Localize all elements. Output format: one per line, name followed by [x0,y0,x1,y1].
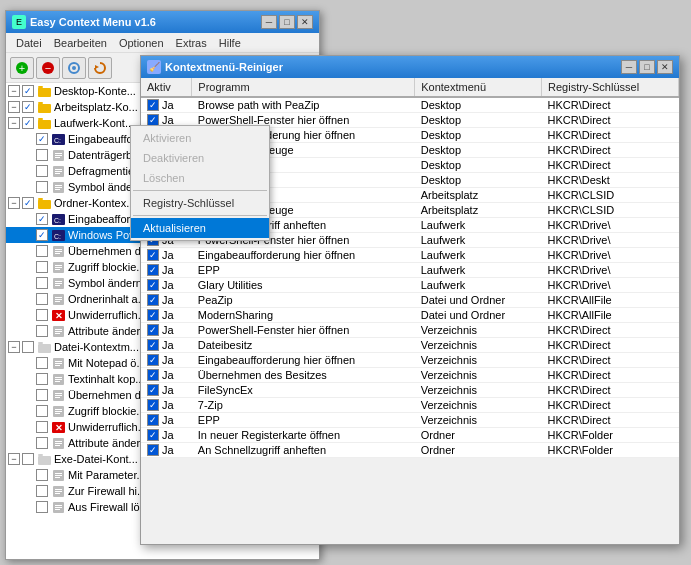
big-title-controls: ─ □ ✕ [621,60,673,74]
tree-item-label: Arbeitsplatz-Ko... [54,101,138,113]
svg-text:C:: C: [54,217,61,224]
cell-kontext: Laufwerk [415,263,542,278]
table-row[interactable]: JaEPPVerzeichnisHKCR\Direct [141,413,679,428]
cell-kontext: Ordner [415,428,542,443]
title-bar-controls: ─ □ ✕ [261,15,313,29]
cell-aktiv: Ja [141,443,192,458]
cell-registry: HKCR\Direct [542,323,679,338]
cell-aktiv: Ja [141,293,192,308]
cell-kontext: Verzeichnis [415,368,542,383]
tree-item-label: Übernehmen d... [68,389,150,401]
table-row[interactable]: JaIn neuer Registerkarte öffnenOrdnerHKC… [141,428,679,443]
settings-button[interactable] [62,57,86,79]
cell-registry: HKCR\Drive\ [542,263,679,278]
table-row[interactable]: JaAn Schnellzugriff anheftenOrdnerHKCR\F… [141,443,679,458]
table-row[interactable]: JaEPPLaufwerkHKCR\Drive\ [141,263,679,278]
tree-item-label: Unwiderruflich... [68,309,147,321]
svg-rect-60 [38,342,43,344]
ctx-aktualisieren[interactable]: Aktualisieren [131,218,269,238]
svg-rect-63 [55,363,62,364]
cell-aktiv: Ja [141,413,192,428]
cell-kontext: Desktop [415,158,542,173]
svg-rect-83 [38,456,51,465]
svg-rect-74 [55,409,62,410]
cell-registry: HKCR\Drive\ [542,278,679,293]
svg-rect-96 [55,509,60,510]
menu-datei[interactable]: Datei [10,36,48,50]
menu-bearbeiten[interactable]: Bearbeiten [48,36,113,50]
table-row[interactable]: JaModernSharingDatei und OrdnerHKCR\AllF… [141,308,679,323]
cell-registry: HKCR\Direct [542,143,679,158]
tree-item-label: Übernehmen d... [68,245,150,257]
svg-rect-58 [55,333,60,334]
menu-optionen[interactable]: Optionen [113,36,170,50]
cell-programm: Eingabeaufforderung hier öffnen [192,248,415,263]
table-row[interactable]: JaPowerShell-Fenster hier öffnenVerzeich… [141,323,679,338]
tree-item-label: Zugriff blockie... [68,261,145,273]
menu-extras[interactable]: Extras [170,36,213,50]
svg-rect-39 [55,251,62,252]
svg-rect-9 [38,86,43,88]
svg-rect-71 [55,395,62,396]
minimize-button[interactable]: ─ [261,15,277,29]
ctx-loschen[interactable]: Löschen [131,168,269,188]
cell-kontext: Arbeitsplatz [415,203,542,218]
svg-rect-90 [55,489,62,490]
table-row[interactable]: JaÜbernehmen des BesitzesVerzeichnisHKCR… [141,368,679,383]
svg-rect-94 [55,505,62,506]
svg-rect-12 [38,102,43,104]
big-close-button[interactable]: ✕ [657,60,673,74]
menu-hilfe[interactable]: Hilfe [213,36,247,50]
remove-button[interactable]: − [36,57,60,79]
ctx-aktivieren[interactable]: Aktivieren [131,128,269,148]
cell-registry: HKCR\Direct [542,97,679,113]
cell-programm: PowerShell-Fenster hier öffnen [192,323,415,338]
cell-kontext: Desktop [415,143,542,158]
cell-registry: HKCR\Direct [542,338,679,353]
tree-item-label: Exe-Datei-Kont... [54,453,138,465]
table-row[interactable]: JaPeaZipDatei und OrdnerHKCR\AllFile [141,293,679,308]
col-kontext[interactable]: Kontextmenü [415,78,542,97]
table-row[interactable]: JaEingabeaufforderung hier öffnenLaufwer… [141,248,679,263]
cell-programm: PeaZip [192,293,415,308]
ctx-registry[interactable]: Registry-Schlüssel [131,193,269,213]
title-bar-left: E Easy Context Menu v1.6 [12,15,156,29]
big-maximize-button[interactable]: □ [639,60,655,74]
ctx-deaktivieren[interactable]: Deaktivieren [131,148,269,168]
add-button[interactable]: + [10,57,34,79]
table-row[interactable]: JaBrowse path with PeaZipDesktopHKCR\Dir… [141,97,679,113]
tree-item-label: Mit Notepad ö... [68,357,146,369]
cell-registry: HKCR\Direct [542,413,679,428]
cell-aktiv: Ja [141,97,192,113]
svg-text:C:: C: [54,233,61,240]
tree-item-label: Ordner-Kontex... [54,197,135,209]
tree-item-label: Zur Firewall hi... [68,485,146,497]
cell-programm: Übernehmen des Besitzes [192,368,415,383]
cell-kontext: Verzeichnis [415,323,542,338]
maximize-button[interactable]: □ [279,15,295,29]
cell-aktiv: Ja [141,368,192,383]
svg-rect-32 [38,198,43,200]
table-row[interactable]: JaDateibesitzVerzeichnisHKCR\Direct [141,338,679,353]
cell-registry: HKCR\Drive\ [542,218,679,233]
cell-kontext: Laufwerk [415,218,542,233]
tree-item-label: Zugriff blockie... [68,405,145,417]
context-menu: Aktivieren Deaktivieren Löschen Registry… [130,125,270,241]
cell-kontext: Desktop [415,113,542,128]
cell-aktiv: Ja [141,428,192,443]
svg-rect-92 [55,493,60,494]
table-row[interactable]: JaFileSyncExVerzeichnisHKCR\Direct [141,383,679,398]
col-programm[interactable]: Programm [192,78,415,97]
table-row[interactable]: Ja7-ZipVerzeichnisHKCR\Direct [141,398,679,413]
refresh-button[interactable] [88,57,112,79]
svg-rect-40 [55,253,60,254]
col-aktiv[interactable]: Aktiv [141,78,192,97]
cell-registry: HKCR\Drive\ [542,248,679,263]
cell-registry: HKCR\Direct [542,353,679,368]
svg-rect-24 [55,171,62,172]
table-row[interactable]: JaGlary UtilitiesLaufwerkHKCR\Drive\ [141,278,679,293]
col-registry[interactable]: Registry-Schlüssel [542,78,679,97]
close-button[interactable]: ✕ [297,15,313,29]
table-row[interactable]: JaEingabeaufforderung hier öffnenVerzeic… [141,353,679,368]
big-minimize-button[interactable]: ─ [621,60,637,74]
